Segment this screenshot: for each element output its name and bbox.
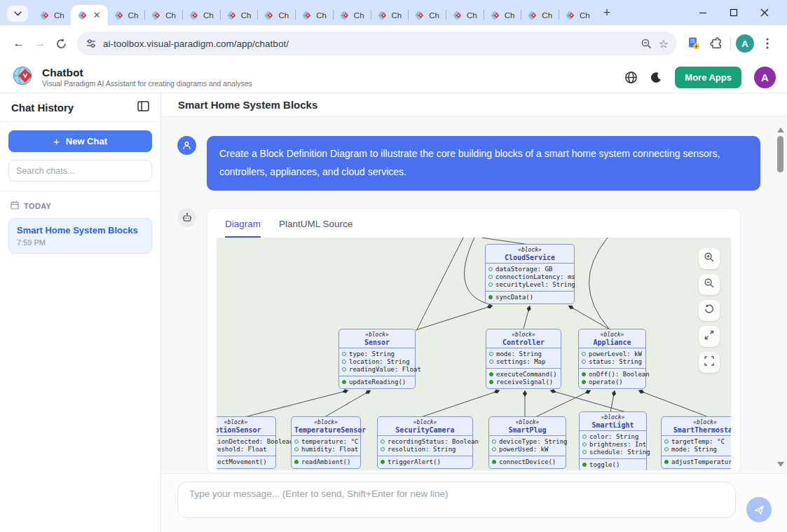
scrollbar-down-arrow[interactable] [777,462,784,470]
message-composer [161,473,787,532]
tab-label: Ch [128,11,139,20]
uml-block-CloudService[interactable]: «block» CloudService dataStorage: GBconn… [485,244,575,304]
browser-tab[interactable]: Ch [334,5,371,25]
reset-button[interactable] [699,300,720,321]
close-window-button[interactable] [749,0,780,25]
attribute-text: securityLevel: String [495,281,575,289]
operation-visibility-icon [342,380,346,384]
browser-tab[interactable]: Ch [371,5,409,25]
new-chat-button[interactable]: + New Chat [8,130,152,152]
tab-label: Ch [580,11,590,20]
zoom-page-icon[interactable] [641,38,652,50]
browser-tab[interactable]: Ch [34,5,71,25]
uml-block-Sensor[interactable]: «block» Sensor type: Stringlocation: Str… [338,329,416,389]
visual-paradigm-logo [11,64,35,90]
uml-block-SecurityCamera[interactable]: «block» SecurityCamera recordingStatus: … [377,416,473,469]
collapse-sidebar-icon[interactable] [137,101,149,114]
search-chats-input[interactable] [8,160,152,182]
site-settings-icon[interactable] [85,38,97,49]
browser-tab[interactable]: Ch [108,5,145,25]
diagram-canvas[interactable]: «block» CloudService dataStorage: GBconn… [217,238,731,470]
calendar-icon [11,200,19,211]
expand-icon [704,329,715,343]
tab-search-button[interactable] [7,6,28,22]
operation-text: readAmbient() [301,458,350,466]
extensions-puzzle-icon[interactable] [705,33,727,54]
message-input[interactable] [177,482,736,518]
uml-block-TemperatureSensor[interactable]: «block» TemperatureSensor temperature: °… [291,416,361,469]
visual-paradigm-favicon [415,11,425,20]
browser-tab[interactable]: Ch [446,5,484,25]
zoom-in-button[interactable] [699,248,720,269]
attribute-text: readingValue: Float [349,366,421,374]
dark-mode-moon-icon[interactable] [650,71,662,83]
user-account-avatar[interactable]: A [754,67,776,88]
block-attributes: motionDetected: Booleanthreshold: Float [217,436,275,456]
tab-label: Ch [316,11,327,20]
browser-tab[interactable]: Ch [221,5,258,25]
attribute-text: recordingStatus: Boolean [388,438,479,446]
reload-button[interactable] [50,33,71,54]
attribute-visibility-icon [381,447,385,451]
operation-visibility-icon [582,380,586,384]
attribute-visibility-icon [342,360,346,364]
block-attributes: targetTemp: °Cmode: String [662,436,731,456]
tab-plantuml-source[interactable]: PlantUML Source [279,219,353,238]
chat-scrollbar[interactable] [776,124,785,470]
language-globe-icon[interactable] [624,71,638,84]
main-panel: Smart Home System Blocks Create a Block … [161,93,787,532]
expand-button[interactable] [699,326,720,347]
browser-menu-kebab[interactable] [756,33,779,54]
block-name: MotionSensor [217,426,273,434]
browser-profile-avatar[interactable]: A [734,33,756,54]
reading-list-extension-icon[interactable] [683,33,705,54]
block-stereotype: «block» [664,419,731,425]
address-bar[interactable]: ai-toolbox.visual-paradigm.com/app/chatb… [77,32,677,55]
uml-block-SmartLight[interactable]: «block» SmartLight color: Stringbrightne… [579,411,647,470]
block-name: Controller [489,339,558,346]
browser-tab[interactable]: Ch [258,5,295,25]
close-tab-icon[interactable]: ✕ [93,11,101,20]
chat-scroll-area[interactable]: Create a Block Definition Diagram to ill… [161,117,787,473]
fullscreen-button[interactable] [699,352,720,373]
assistant-response-card: DiagramPlantUML Source «block» CloudServ… [207,208,741,473]
block-name: SmartThermostat [664,426,731,434]
forward-button[interactable]: → [29,33,50,54]
block-name: SmartLight [582,421,643,429]
browser-tab[interactable]: Ch [559,5,596,25]
attribute-visibility-icon [488,267,493,271]
browser-tab[interactable]: Ch [183,5,220,25]
scrollbar-up-arrow[interactable] [777,124,784,132]
attribute-text: humidity: Float [301,446,358,453]
maximize-button[interactable] [718,0,749,25]
browser-tab[interactable]: Ch [484,5,521,25]
back-button[interactable]: ← [8,33,29,54]
uml-block-MotionSensor[interactable]: «block» MotionSensor motionDetected: Boo… [217,416,276,469]
chat-history-item[interactable]: Smart Home System Blocks 7:59 PM [8,218,152,254]
uml-block-Appliance[interactable]: «block» Appliance powerLevel: kWstatus: … [578,329,646,389]
scrollbar-thumb[interactable] [777,136,783,172]
zoom-out-button[interactable] [699,274,720,295]
more-apps-button[interactable]: More Apps [675,67,741,88]
tab-diagram[interactable]: Diagram [225,219,261,238]
browser-tab[interactable]: Ch [145,5,182,25]
browser-tab[interactable]: ✕ [71,5,108,25]
new-tab-button[interactable]: + [603,6,611,20]
minimize-button[interactable] [687,0,718,25]
uml-block-SmartThermostat[interactable]: «block» SmartThermostat targetTemp: °Cmo… [661,416,731,469]
browser-tab[interactable]: Ch [521,5,559,25]
send-button[interactable] [746,497,772,522]
chevron-down-icon [14,11,22,16]
browser-tab[interactable]: Ch [409,5,446,25]
browser-tab[interactable]: Ch [296,5,333,25]
block-attributes: temperature: °Chumidity: Float [292,436,360,456]
bookmark-star-icon[interactable]: ☆ [659,37,669,50]
uml-block-SmartPlug[interactable]: «block» SmartPlug deviceType: Stringpowe… [488,416,566,469]
uml-block-Controller[interactable]: «block» Controller mode: Stringsettings:… [486,329,561,389]
operation-visibility-icon [492,460,496,464]
block-attributes: dataStorage: GBconnectionLatency: mssecu… [486,264,574,292]
assistant-message-row: DiagramPlantUML Source «block» CloudServ… [177,208,760,473]
attribute-text: type: String [349,350,395,358]
url-text[interactable]: ai-toolbox.visual-paradigm.com/app/chatb… [103,39,634,49]
diagram-tab-bar: DiagramPlantUML Source [207,209,740,238]
